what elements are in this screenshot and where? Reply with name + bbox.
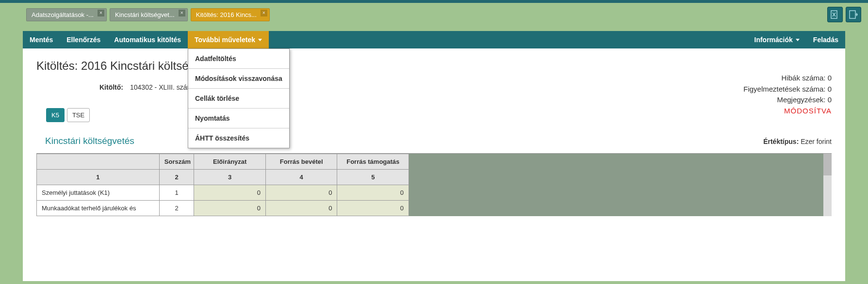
cell-value[interactable]: 0 <box>337 185 409 201</box>
menu-label: Információk <box>754 36 793 44</box>
col-header-eloiranyzat: Előirányzat <box>194 154 266 170</box>
cell-value[interactable]: 0 <box>194 185 266 201</box>
tab-kitoltes-active[interactable]: Kitöltés: 2016 Kincs... × <box>191 8 270 21</box>
tab-k5[interactable]: K5 <box>46 108 65 122</box>
col-header-forras-tamogatas: Forrás támogatás <box>337 154 409 170</box>
col-header-empty <box>37 154 160 170</box>
chevron-down-icon <box>258 39 262 41</box>
more-ops-dropdown: Adatfeltöltés Módosítások visszavonása C… <box>188 48 290 148</box>
col-header-forras-bevetel: Forrás bevétel <box>265 154 337 170</box>
status-block: Hibák száma: 0 Figyelmeztetések száma: 0… <box>743 73 832 116</box>
menu-label: Automatikus kitöltés <box>114 36 181 44</box>
menu-submit[interactable]: Feladás <box>806 31 845 48</box>
filler-value: 104302 - XLIII. szám <box>130 83 193 91</box>
warnings-count: 0 <box>828 85 832 93</box>
col-num: 1 <box>37 170 160 185</box>
menu-save[interactable]: Mentés <box>23 31 60 48</box>
errors-count: 0 <box>828 74 832 82</box>
tab-kincstari[interactable]: Kincstári költségvet... × <box>110 8 188 21</box>
menu-label: Feladás <box>813 36 838 44</box>
col-header-sorszam: Sorszám <box>159 154 194 170</box>
close-icon[interactable]: × <box>98 10 104 16</box>
menu-autofill[interactable]: Automatikus kitöltés <box>107 31 188 48</box>
menu-more-ops[interactable]: További műveletek <box>188 31 269 48</box>
vertical-scrollbar[interactable] <box>823 154 832 216</box>
filler-label: Kitöltő: <box>99 83 123 91</box>
export-excel-icon[interactable] <box>827 7 843 22</box>
svg-rect-1 <box>850 11 855 18</box>
menu-label: Mentés <box>30 36 53 44</box>
table-row: Munkaadókat terhelő járulékok és 2 0 0 0 <box>37 201 409 216</box>
page-title: Kitöltés: 2016 Kincstári költsé <box>36 59 832 73</box>
tab-adatszolgaltatasok[interactable]: Adatszolgáltatások -... × <box>26 8 107 21</box>
row-label: Személyi juttatások (K1) <box>37 185 160 201</box>
data-table: Sorszám Előirányzat Forrás bevétel Forrá… <box>36 154 409 216</box>
menu-label: További műveletek <box>195 36 255 44</box>
cell-value[interactable]: 0 <box>337 201 409 216</box>
close-icon[interactable]: × <box>179 10 185 16</box>
tab-label: Adatszolgáltatások -... <box>32 11 94 18</box>
menu-info[interactable]: Információk <box>748 31 806 48</box>
main-menubar: Mentés Ellenőrzés Automatikus kitöltés T… <box>23 31 845 48</box>
dropdown-print[interactable]: Nyomtatás <box>188 109 289 128</box>
dropdown-upload[interactable]: Adatfeltöltés <box>188 49 289 69</box>
import-excel-icon[interactable] <box>846 7 861 22</box>
menu-check[interactable]: Ellenőrzés <box>60 31 107 48</box>
empty-table-area <box>409 154 832 216</box>
tab-tse[interactable]: TSE <box>67 108 90 122</box>
tab-label: Kitöltés: 2016 Kincs... <box>196 11 257 18</box>
section-title: Kincstári költségvetés <box>45 136 134 146</box>
scrollbar-thumb[interactable] <box>823 154 832 175</box>
window-tabs: Adatszolgáltatások -... × Kincstári költ… <box>26 8 823 21</box>
status-modified: MÓDOSÍTVA <box>743 106 832 117</box>
cell-value[interactable]: 0 <box>265 201 337 216</box>
close-icon[interactable]: × <box>261 10 267 16</box>
row-num: 2 <box>159 201 194 216</box>
dropdown-revert[interactable]: Módosítások visszavonása <box>188 69 289 89</box>
dropdown-clear[interactable]: Cellák törlése <box>188 89 289 109</box>
chevron-down-icon <box>796 39 800 41</box>
notes-count: 0 <box>828 95 832 104</box>
table-row: Személyi juttatások (K1) 1 0 0 0 <box>37 185 409 201</box>
menu-label: Ellenőrzés <box>66 36 100 44</box>
tab-label: Kincstári költségvet... <box>115 11 175 18</box>
row-label: Munkaadókat terhelő járulékok és <box>37 201 160 216</box>
cell-value[interactable]: 0 <box>265 185 337 201</box>
dropdown-summary[interactable]: ÁHTT összesítés <box>188 128 289 148</box>
col-num: 5 <box>337 170 409 185</box>
value-type: Értéktípus: Ezer forint <box>763 138 832 145</box>
col-num: 2 <box>159 170 194 185</box>
cell-value[interactable]: 0 <box>194 201 266 216</box>
row-num: 1 <box>159 185 194 201</box>
col-num: 4 <box>265 170 337 185</box>
col-num: 3 <box>194 170 266 185</box>
